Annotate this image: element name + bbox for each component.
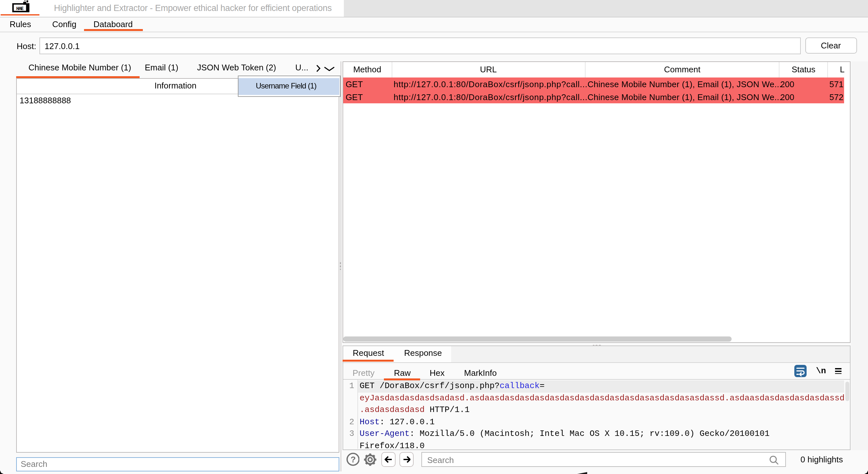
svg-text:HAE: HAE [16,6,24,11]
svg-text:?: ? [350,454,355,464]
